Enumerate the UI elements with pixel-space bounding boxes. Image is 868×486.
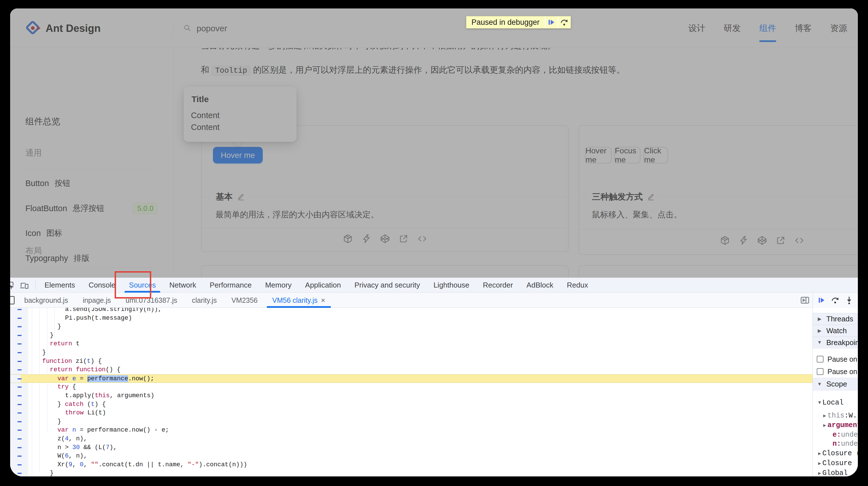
section-scope[interactable]: ▼Scope [813,378,858,391]
file-tab-vm2356[interactable]: VM2356 [224,293,265,308]
code-line: } [10,322,812,331]
code-line: } [10,331,812,340]
scope-entry[interactable]: ▶Global [813,468,858,477]
section-threads[interactable]: ▶Threads [813,313,858,325]
file-tab-background-js[interactable]: background.js [17,293,75,308]
pause-option[interactable]: Pause on caught exceptions [813,365,858,378]
breakpoint-dash-icon[interactable] [18,326,22,327]
paused-banner-text: Paused in debugger [466,16,545,28]
tab-recorder[interactable]: Recorder [476,278,520,293]
device-toolbar-icon[interactable] [20,281,29,289]
code-line-paused: var e = performance.now(); [10,374,812,383]
breakpoint-dash-icon[interactable] [18,456,22,457]
chevron-right-icon[interactable]: ▶ [817,328,823,334]
code-line: } catch (t) { [10,400,812,409]
breakpoint-dash-icon[interactable] [18,404,22,405]
file-tab-clarity-js[interactable]: clarity.js [184,293,224,308]
code-line: throw Li(t) [10,409,812,418]
code-line: a.send(JSON.stringify(n)), [10,308,812,314]
code-line: Pi.push(t.message) [10,314,812,323]
code-line: return t [10,340,812,348]
code-line: z(4, n), [10,435,812,444]
inspect-icon[interactable] [10,281,14,289]
chevron-right-icon[interactable]: ▶ [822,422,828,428]
code-line: function zi(t) { [10,357,812,366]
resume-icon[interactable] [545,16,558,28]
code-line: } [10,418,812,426]
chevron-right-icon[interactable]: ▶ [822,413,828,419]
breakpoint-dash-icon[interactable] [18,430,22,431]
file-tab-label: clarity.js [192,296,217,305]
chevron-down-icon[interactable]: ▼ [817,340,823,345]
tab-application[interactable]: Application [298,278,347,293]
breakpoint-dash-icon[interactable] [18,309,22,310]
resume-icon[interactable] [817,296,826,305]
breakpoint-dash-icon[interactable] [18,352,22,353]
tab-network[interactable]: Network [162,278,203,293]
tab-memory[interactable]: Memory [258,278,298,293]
browser-window: 当目标元素有进一步的描述和相关操作时，可以收纳到卡片中，根据用户的操作行为进行展… [10,8,858,477]
code-line: } [10,348,812,357]
tab-adblock[interactable]: AdBlock [520,278,560,293]
file-tab-label: VM56 clarity.js [272,296,318,305]
scope-entry[interactable]: e: undefined [813,430,858,439]
breakpoint-dash-icon[interactable] [18,421,22,422]
code-line: W(6, n), [10,452,812,461]
file-tabs: background.jsinpage.jsumi.07316387.jscla… [17,293,333,308]
scope-entry[interactable]: ▶arguments [813,421,858,430]
section-breakpoints[interactable]: ▼Breakpoints [813,337,858,348]
checkbox[interactable] [817,356,824,363]
breakpoint-dash-icon[interactable] [18,343,22,344]
breakpoint-dash-icon[interactable] [18,361,22,362]
breakpoint-dash-icon[interactable] [18,378,22,379]
paused-in-debugger-banner: Paused in debugger [466,16,571,28]
navigator-icon[interactable] [10,296,14,305]
chevron-right-icon[interactable]: ▶ [817,316,823,322]
debugger-controls [812,293,858,308]
pause-option[interactable]: Pause on uncaught exceptions [813,353,858,365]
toggle-sidebar-icon[interactable] [800,295,810,305]
checkbox[interactable] [817,368,824,375]
step-over-icon[interactable] [558,16,570,28]
code-line: } [10,469,812,477]
breakpoint-dash-icon[interactable] [18,395,22,396]
chevron-down-icon[interactable]: ▼ [817,400,823,405]
chevron-down-icon[interactable]: ▼ [817,381,823,387]
chevron-right-icon[interactable]: ▶ [817,470,823,476]
annotation-rectangle [115,271,151,298]
file-tab-vm56-clarity-js[interactable]: VM56 clarity.js× [265,293,333,308]
breakpoint-dash-icon[interactable] [18,473,22,474]
code-lines: a.send(JSON.stringify(n)),Pi.push(t.mess… [10,308,812,477]
breakpoint-dash-icon[interactable] [18,412,22,413]
chevron-right-icon[interactable]: ▶ [817,460,823,466]
close-icon[interactable]: × [321,296,325,305]
breakpoint-dash-icon[interactable] [18,335,22,336]
debugger-sidebar: ▶Threads▶Watch▼BreakpointsPause on uncau… [812,308,858,477]
tab-redux[interactable]: Redux [560,278,595,293]
scope-entry[interactable]: n: undefined [813,439,858,448]
tab-lighthouse[interactable]: Lighthouse [427,278,476,293]
file-tab-label: inpage.js [83,296,111,305]
breakpoint-dash-icon[interactable] [18,464,22,465]
scope-entry[interactable]: ▶this: W. [813,411,858,420]
scope-entry[interactable]: ▶Closure ( [813,449,858,458]
breakpoint-dash-icon[interactable] [18,447,22,448]
breakpoint-dash-icon[interactable] [18,438,22,439]
code-line: n > 30 && (L(7), [10,444,812,452]
breakpoint-dash-icon[interactable] [18,318,22,319]
step-over-icon[interactable] [831,296,840,305]
file-tab-label: background.js [24,296,68,305]
breakpoint-dash-icon[interactable] [18,369,22,370]
scope-entry[interactable]: ▶Closure [813,459,858,468]
tab-privacy-and-security[interactable]: Privacy and security [348,278,427,293]
file-tab-inpage-js[interactable]: inpage.js [75,293,118,308]
devtools-panel: ElementsConsoleSourcesNetworkPerformance… [10,278,858,477]
step-into-icon[interactable] [845,296,854,305]
chevron-right-icon[interactable]: ▶ [817,451,823,456]
tab-elements[interactable]: Elements [38,278,82,293]
tab-performance[interactable]: Performance [203,278,258,293]
section-watch[interactable]: ▶Watch [813,325,858,337]
code-editor: a.send(JSON.stringify(n)),Pi.push(t.mess… [10,308,812,477]
scope-entry[interactable]: ▼Local [813,398,858,407]
breakpoint-dash-icon[interactable] [18,387,22,388]
